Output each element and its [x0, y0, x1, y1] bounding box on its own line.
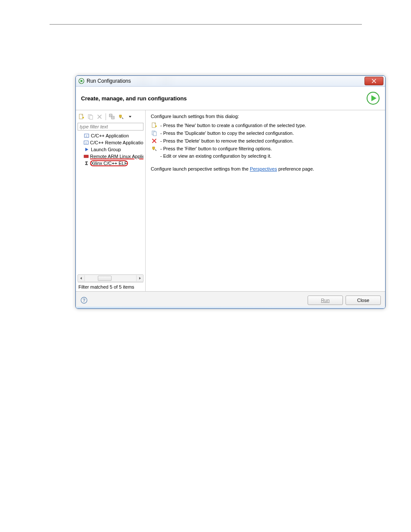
svg-marker-17	[80, 277, 82, 280]
scroll-track[interactable]	[84, 275, 137, 281]
run-icon	[78, 78, 84, 84]
toolbar-separator	[106, 113, 106, 120]
launch-group-icon	[84, 147, 90, 152]
tree-item-c-application[interactable]: c C/C++ Application	[78, 132, 143, 139]
svg-text:c: c	[85, 141, 87, 145]
run-button-label: Run	[321, 298, 330, 303]
tree-item-label: Xilinx C/C++ ELF	[91, 161, 127, 166]
filter-text-input[interactable]	[78, 123, 143, 131]
perspectives-line: Configure launch perspective settings fr…	[151, 166, 380, 171]
perspectives-link[interactable]: Perspectives	[250, 166, 277, 171]
help-line-text: - Press the 'Duplicate' button to copy t…	[160, 131, 294, 136]
tree-item-xilinx-elf[interactable]: Σ Xilinx C/C++ ELF	[78, 160, 143, 167]
left-panel: c C/C++ Application c C/C++ Remote Ap	[76, 110, 146, 291]
run-button[interactable]: Run	[308, 296, 343, 305]
svg-marker-9	[129, 116, 131, 118]
scroll-thumb[interactable]	[98, 276, 112, 281]
right-panel: Configure launch settings from this dial…	[146, 110, 385, 291]
svg-marker-1	[81, 80, 83, 82]
titlebar[interactable]: Run Configurations	[76, 76, 385, 87]
bottom-glow	[76, 307, 385, 308]
close-button[interactable]: Close	[346, 296, 381, 305]
dialog-body: c C/C++ Application c C/C++ Remote Ap	[76, 110, 385, 291]
new-doc-icon	[151, 122, 158, 128]
svg-rect-21	[153, 132, 156, 136]
filter-text-container	[78, 123, 143, 131]
help-line-delete: - Press the 'Delete' button to remove th…	[151, 138, 380, 144]
page-divider	[50, 24, 362, 25]
help-button[interactable]: ?	[80, 296, 88, 304]
svg-marker-14	[85, 148, 88, 151]
config-tree[interactable]: c C/C++ Application c C/C++ Remote Ap	[78, 132, 143, 273]
svg-text:?: ?	[83, 298, 85, 303]
tree-item-label: C/C++ Remote Application	[90, 140, 143, 145]
close-button-label: Close	[357, 298, 369, 303]
help-line-text: - Edit or view an existing configuration…	[160, 153, 271, 159]
run-configurations-dialog: Run Configurations Create, manage, and r…	[75, 75, 386, 309]
duplicate-config-button[interactable]	[87, 113, 94, 121]
dialog-footer: ? Run Close	[76, 291, 385, 309]
svg-text:Σ: Σ	[85, 161, 88, 166]
svg-rect-6	[90, 115, 93, 119]
help-line-text: - Press the 'New' button to create a con…	[160, 123, 306, 128]
help-line-edit: - Edit or view an existing configuration…	[151, 153, 380, 159]
help-line-text: - Press the 'Filter' button to configure…	[160, 146, 272, 151]
help-line-text: - Press the 'Delete' button to remove th…	[160, 138, 293, 143]
duplicate-icon	[151, 130, 158, 136]
run-large-icon	[366, 91, 380, 105]
c-remote-app-icon: c	[84, 140, 89, 145]
dialog-header: Create, manage, and run configurations	[76, 87, 385, 110]
intro-text: Configure launch settings from this dial…	[151, 114, 380, 119]
titlebar-ghost	[132, 77, 359, 85]
new-config-button[interactable]	[78, 113, 85, 121]
filter-icon	[151, 146, 158, 152]
xilinx-icon: Σ	[84, 161, 90, 166]
delete-icon	[151, 138, 158, 144]
collapse-all-button[interactable]	[108, 113, 116, 121]
scroll-right-button[interactable]	[137, 275, 143, 281]
filter-button[interactable]	[117, 113, 125, 121]
remote-arm-icon	[84, 154, 89, 159]
tree-item-label: Launch Group	[91, 147, 121, 152]
help-line-new: - Press the 'New' button to create a con…	[151, 122, 380, 128]
scroll-left-button[interactable]	[78, 275, 84, 281]
persp-prefix: Configure launch perspective settings fr…	[151, 166, 250, 171]
tree-item-label: C/C++ Application	[91, 133, 129, 138]
xilinx-highlight: Xilinx C/C++ ELF	[91, 161, 127, 166]
help-line-filter: - Press the 'Filter' button to configure…	[151, 146, 380, 152]
tree-item-remote-arm-linux[interactable]: Remote ARM Linux Applicati	[78, 153, 143, 160]
persp-suffix: preference page.	[277, 166, 314, 171]
tree-horizontal-scrollbar[interactable]	[78, 274, 143, 282]
window-title: Run Configurations	[87, 78, 131, 84]
tree-item-c-remote-application[interactable]: c C/C++ Remote Application	[78, 139, 143, 146]
tree-item-label: Remote ARM Linux Applicati	[90, 154, 143, 159]
filter-dropdown-button[interactable]	[126, 113, 134, 121]
svg-text:c: c	[86, 134, 87, 138]
help-line-duplicate: - Press the 'Duplicate' button to copy t…	[151, 130, 380, 136]
svg-marker-3	[371, 95, 377, 101]
c-app-icon: c	[84, 133, 90, 138]
close-window-button[interactable]	[364, 77, 383, 85]
tree-item-launch-group[interactable]: Launch Group	[78, 146, 143, 153]
filter-status-text: Filter matched 5 of 5 items	[78, 282, 143, 291]
delete-config-button[interactable]	[96, 113, 103, 121]
config-toolbar	[78, 112, 143, 121]
dialog-header-title: Create, manage, and run configurations	[81, 95, 187, 102]
svg-rect-15	[84, 155, 88, 158]
svg-marker-18	[139, 277, 141, 280]
